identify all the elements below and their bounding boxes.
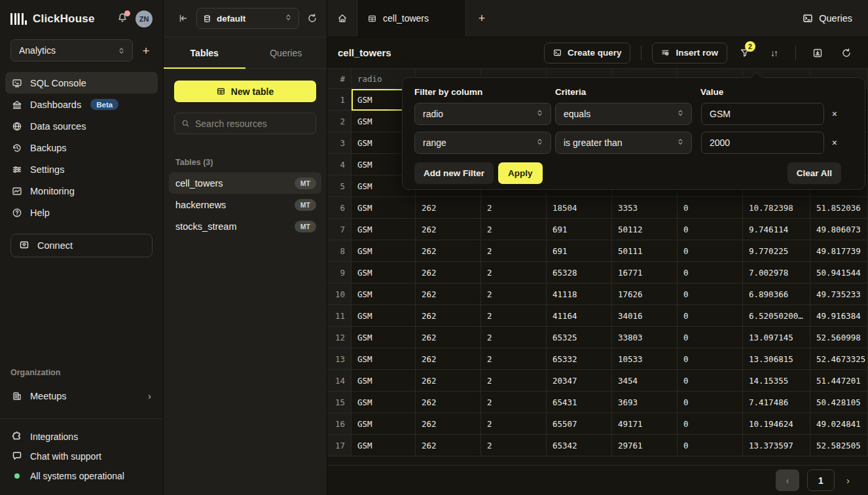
grid-cell[interactable]: 0 <box>678 413 743 435</box>
grid-cell[interactable]: 262 <box>416 262 481 284</box>
remove-filter-button[interactable]: × <box>832 109 837 119</box>
grid-cell[interactable]: 0 <box>678 197 743 219</box>
grid-cell[interactable]: 18504 <box>547 197 612 219</box>
grid-cell[interactable]: GSM <box>352 327 416 348</box>
filter-value-input[interactable] <box>701 103 824 125</box>
workspace-select[interactable]: Analytics <box>10 39 133 62</box>
grid-cell[interactable]: 29761 <box>612 435 678 456</box>
grid-cell[interactable]: 41118 <box>547 284 612 305</box>
collapse-panel-icon[interactable] <box>178 13 189 24</box>
grid-cell[interactable]: 262 <box>416 240 481 262</box>
grid-cell[interactable]: 262 <box>416 435 481 456</box>
grid-cell[interactable]: 16771 <box>612 262 678 284</box>
grid-cell[interactable]: 2 <box>481 305 547 327</box>
grid-cell[interactable]: 52.4673325 <box>810 348 868 370</box>
grid-cell[interactable]: 49.735233 <box>810 284 868 305</box>
grid-cell[interactable]: 0 <box>678 348 743 370</box>
grid-cell[interactable]: 65342 <box>547 435 612 456</box>
filter-column-select[interactable]: radio <box>414 103 551 125</box>
grid-cell[interactable]: 2 <box>481 197 547 219</box>
download-icon[interactable] <box>806 43 829 64</box>
sidebar-item-dashboards[interactable]: Dashboards Beta <box>5 94 158 115</box>
grid-cell[interactable]: 50.428105 <box>810 392 868 413</box>
grid-cell[interactable]: 41164 <box>547 305 612 327</box>
grid-cell[interactable]: 2 <box>481 413 547 435</box>
grid-cell[interactable]: 2 <box>481 370 547 392</box>
grid-cell[interactable]: 691 <box>547 240 612 262</box>
grid-cell[interactable]: 2 <box>481 240 547 262</box>
grid-cell[interactable]: GSM <box>352 240 416 262</box>
grid-cell[interactable]: 50111 <box>612 240 678 262</box>
grid-cell[interactable]: 13.097145 <box>743 327 810 348</box>
grid-cell[interactable]: 262 <box>416 413 481 435</box>
grid-cell[interactable]: GSM <box>352 435 416 456</box>
grid-cell[interactable]: 262 <box>416 284 481 305</box>
grid-cell[interactable]: 0 <box>678 262 743 284</box>
grid-cell[interactable]: 49.916384 <box>810 305 868 327</box>
table-list-item[interactable]: stocks_streamMT <box>169 215 321 237</box>
grid-cell[interactable]: 50.941544 <box>810 262 868 284</box>
sidebar-item-settings[interactable]: Settings <box>5 158 158 180</box>
grid-cell[interactable]: 6.52050200… <box>743 305 810 327</box>
database-select[interactable]: default <box>196 8 299 29</box>
notifications-bell-icon[interactable] <box>117 12 128 26</box>
grid-cell[interactable]: 0 <box>678 327 743 348</box>
grid-cell[interactable]: GSM <box>352 392 416 413</box>
refresh-icon[interactable] <box>835 43 858 64</box>
grid-cell[interactable]: GSM <box>352 262 416 284</box>
sidebar-item-meetups[interactable]: Meetups › <box>5 385 158 407</box>
grid-cell[interactable]: 65431 <box>547 392 612 413</box>
grid-cell[interactable]: 10.782398 <box>743 197 810 219</box>
grid-cell[interactable]: 9.746114 <box>743 219 810 240</box>
grid-cell[interactable]: 0 <box>678 370 743 392</box>
grid-cell[interactable]: 0 <box>678 305 743 327</box>
grid-cell[interactable]: GSM <box>352 305 416 327</box>
grid-cell[interactable]: 2 <box>481 348 547 370</box>
chat-support-link[interactable]: Chat with support <box>5 447 158 466</box>
tab-cell-towers[interactable]: cell_towers <box>357 0 466 37</box>
sidebar-item-monitoring[interactable]: Monitoring <box>5 180 158 202</box>
grid-cell[interactable]: 65507 <box>547 413 612 435</box>
sidebar-item-data-sources[interactable]: Data sources <box>5 115 158 137</box>
grid-cell[interactable]: 2 <box>481 327 547 348</box>
grid-cell[interactable]: GSM <box>352 348 416 370</box>
sidebar-item-backups[interactable]: Backups <box>5 137 158 158</box>
grid-cell[interactable]: 0 <box>678 392 743 413</box>
connect-button[interactable]: Connect <box>10 234 153 257</box>
home-button[interactable] <box>327 0 357 37</box>
tab-queries[interactable]: Queries <box>245 37 327 68</box>
prev-page-button[interactable]: ‹ <box>776 469 799 491</box>
grid-cell[interactable]: 52.560998 <box>810 327 868 348</box>
grid-cell[interactable]: 262 <box>416 327 481 348</box>
sort-icon[interactable]: ↓↑ <box>763 43 785 64</box>
grid-cell[interactable]: 49.024841 <box>810 413 868 435</box>
grid-cell[interactable]: 51.852036 <box>810 197 868 219</box>
table-list-item[interactable]: cell_towersMT <box>169 172 321 194</box>
grid-cell[interactable]: 50112 <box>612 219 678 240</box>
grid-cell[interactable]: 10.194624 <box>743 413 810 435</box>
grid-cell[interactable]: GSM <box>352 219 416 240</box>
grid-cell[interactable]: 14.15355 <box>743 370 810 392</box>
grid-cell[interactable]: 0 <box>678 219 743 240</box>
grid-cell[interactable]: 65332 <box>547 348 612 370</box>
avatar[interactable]: ZN <box>136 10 153 28</box>
grid-cell[interactable]: 262 <box>416 370 481 392</box>
grid-cell[interactable]: 49171 <box>612 413 678 435</box>
grid-cell[interactable]: 0 <box>678 284 743 305</box>
integrations-link[interactable]: Integrations <box>5 427 158 447</box>
grid-cell[interactable]: 262 <box>416 197 481 219</box>
grid-cell[interactable]: 2 <box>481 284 547 305</box>
grid-cell[interactable]: 51.447201 <box>810 370 868 392</box>
queries-shortcut[interactable]: Queries <box>803 13 852 24</box>
grid-cell[interactable]: 3454 <box>612 370 678 392</box>
search-resources-input[interactable] <box>195 119 309 129</box>
filter-criteria-select[interactable]: is greater than <box>555 132 692 154</box>
new-table-button[interactable]: New table <box>174 81 316 102</box>
grid-cell[interactable]: 7.002978 <box>743 262 810 284</box>
grid-cell[interactable]: 3693 <box>612 392 678 413</box>
create-query-button[interactable]: Create query <box>544 43 631 64</box>
grid-cell[interactable]: GSM <box>352 413 416 435</box>
grid-cell[interactable]: 262 <box>416 305 481 327</box>
sidebar-item-sql-console[interactable]: SQL Console <box>5 72 158 94</box>
filter-criteria-select[interactable]: equals <box>555 103 692 125</box>
